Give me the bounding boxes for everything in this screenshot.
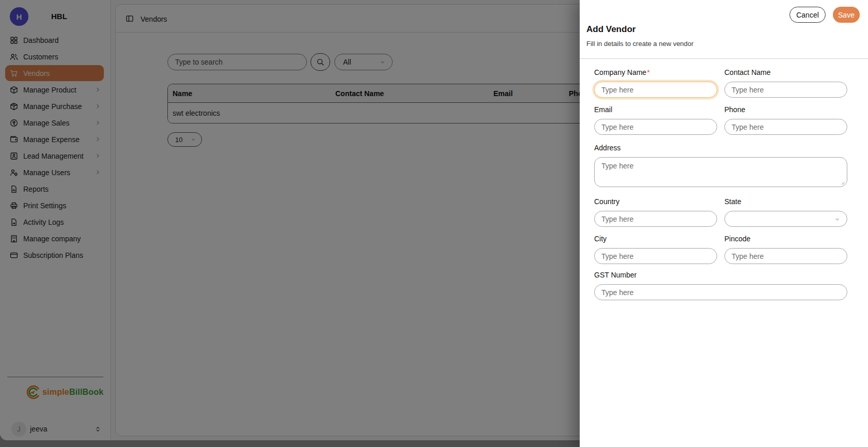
drawer-subtitle: Fill in details to create a new vendor xyxy=(586,40,693,48)
country-input[interactable] xyxy=(594,211,717,227)
field-label: Country xyxy=(594,197,717,206)
address-textarea[interactable] xyxy=(594,157,847,187)
cancel-button[interactable]: Cancel xyxy=(789,7,826,23)
company-name-input[interactable] xyxy=(594,82,717,98)
field-label: State xyxy=(724,197,847,206)
field-label: Company Name xyxy=(594,68,646,76)
field-gst-number: GST Number xyxy=(594,271,847,300)
field-label: Phone xyxy=(724,105,847,114)
field-state: State xyxy=(724,197,847,227)
pincode-input[interactable] xyxy=(724,248,847,264)
field-phone: Phone xyxy=(724,105,847,135)
field-address: Address xyxy=(594,144,847,187)
field-label: Contact Name xyxy=(724,68,847,77)
field-email: Email xyxy=(594,105,717,135)
field-label: GST Number xyxy=(594,271,847,280)
backdrop-overlay[interactable] xyxy=(0,0,580,447)
field-city: City xyxy=(594,235,717,264)
email-input[interactable] xyxy=(594,119,717,135)
field-label: Address xyxy=(594,144,847,152)
phone-input[interactable] xyxy=(724,119,847,135)
field-contact-name: Contact Name xyxy=(724,68,847,98)
resize-handle-icon[interactable] xyxy=(839,179,845,185)
drawer-title: Add Vendor xyxy=(586,24,636,35)
chevron-down-icon xyxy=(834,217,840,222)
field-pincode: Pincode xyxy=(724,235,847,264)
field-label: City xyxy=(594,235,717,243)
contact-name-input[interactable] xyxy=(724,82,847,98)
add-vendor-drawer: Cancel Save Add Vendor Fill in details t… xyxy=(580,0,868,447)
drawer-divider xyxy=(580,58,868,59)
save-button[interactable]: Save xyxy=(833,7,860,23)
gst-number-input[interactable] xyxy=(594,284,847,300)
city-input[interactable] xyxy=(594,248,717,264)
screen: H HBL Dashboard Customers Vendors xyxy=(0,0,868,447)
required-asterisk: * xyxy=(647,68,649,76)
field-label: Pincode xyxy=(724,235,847,243)
state-select[interactable] xyxy=(724,211,847,227)
field-label: Email xyxy=(594,105,717,114)
field-company-name: Company Name* xyxy=(594,68,717,98)
field-country: Country xyxy=(594,197,717,227)
